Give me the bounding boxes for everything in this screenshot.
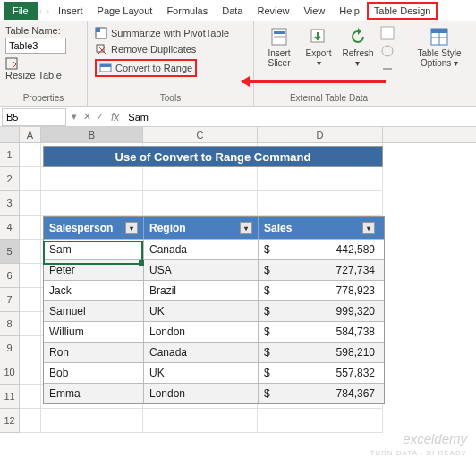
enter-icon[interactable]: ✓ — [93, 111, 106, 123]
row-header[interactable]: 5 — [0, 240, 20, 264]
cell-salesperson[interactable]: Sam — [44, 239, 144, 259]
remove-duplicates-button[interactable]: Remove Duplicates — [93, 41, 248, 57]
table-style-icon — [429, 27, 449, 47]
tab-view[interactable]: View — [297, 2, 333, 20]
cell-salesperson[interactable]: Peter — [44, 259, 144, 280]
row-header[interactable]: 1 — [0, 143, 20, 167]
cell-sales[interactable]: $999,320 — [259, 300, 384, 321]
cell-region[interactable]: Brazil — [144, 280, 259, 300]
table-row[interactable]: WilliumLondon$584,738 — [44, 321, 384, 342]
col-header-a[interactable]: A — [20, 127, 41, 142]
row-header[interactable]: 3 — [0, 191, 20, 216]
unlink-icon[interactable] — [379, 61, 395, 77]
table-name-input[interactable] — [5, 38, 66, 54]
cell-salesperson[interactable]: Bob — [44, 362, 144, 383]
cell-salesperson[interactable]: Willium — [44, 321, 144, 342]
row-header[interactable]: 9 — [0, 336, 20, 360]
row-header[interactable]: 7 — [0, 288, 20, 312]
cell-region[interactable]: UK — [144, 362, 259, 383]
row-header[interactable]: 4 — [0, 216, 20, 240]
header-salesperson[interactable]: Salesperson▾ — [44, 217, 144, 239]
tab-file[interactable]: File — [4, 2, 38, 20]
title-banner: Use of Convert to Range Command — [43, 146, 383, 167]
filter-icon[interactable]: ▾ — [125, 222, 138, 234]
cell-sales[interactable]: $584,738 — [259, 321, 384, 342]
header-region[interactable]: Region▾ — [144, 217, 259, 239]
column-headers: A B C D — [0, 127, 476, 143]
tab-page-layout[interactable]: Page Layout — [90, 2, 160, 20]
col-header-b[interactable]: B — [41, 127, 143, 142]
row-header[interactable]: 11 — [0, 385, 20, 409]
filter-icon[interactable]: ▾ — [240, 222, 252, 234]
table-row[interactable]: BobUK$557,832 — [44, 362, 384, 383]
table-row[interactable]: RonCanada$598,210 — [44, 342, 384, 362]
table-row[interactable]: SamCanada$442,589 — [44, 239, 384, 259]
cell-sales[interactable]: $778,923 — [259, 280, 384, 300]
filter-icon[interactable]: ▾ — [362, 222, 375, 234]
row-header[interactable]: 2 — [0, 167, 20, 191]
refresh-button[interactable]: Refresh▾ — [338, 25, 378, 77]
cell-salesperson[interactable]: Samuel — [44, 300, 144, 321]
slicer-icon — [269, 27, 289, 47]
row-header[interactable]: 6 — [0, 264, 20, 288]
tab-insert[interactable]: Insert — [51, 2, 90, 20]
export-button[interactable]: Export▾ — [299, 25, 338, 77]
worksheet-grid[interactable]: 1 2 3 4 5 6 7 8 9 10 11 12 Use of Conver… — [0, 143, 476, 433]
col-header-d[interactable]: D — [258, 127, 383, 142]
name-box-dropdown[interactable]: ▾ — [68, 111, 81, 123]
table-header-row: Salesperson▾ Region▾ Sales▾ — [44, 217, 384, 239]
header-sales[interactable]: Sales▾ — [259, 217, 384, 239]
tab-review[interactable]: Review — [250, 2, 296, 20]
convert-to-range-button[interactable]: Convert to Range — [93, 57, 248, 79]
svg-rect-8 — [274, 36, 285, 38]
group-properties: Table Name: Resize Table Properties — [0, 21, 88, 106]
tab-help[interactable]: Help — [332, 2, 367, 20]
header-region-label: Region — [149, 222, 186, 234]
tab-scroll-left[interactable]: ‹ — [38, 5, 45, 16]
insert-slicer-button[interactable]: Insert Slicer — [259, 25, 299, 77]
cell-region[interactable]: London — [144, 383, 259, 403]
tab-scroll-right[interactable]: › — [44, 5, 51, 16]
cell-region[interactable]: Canada — [144, 342, 259, 362]
cell-salesperson[interactable]: Ron — [44, 342, 144, 362]
name-box[interactable] — [2, 108, 66, 126]
cell-sales[interactable]: $557,832 — [259, 362, 384, 383]
resize-table-button[interactable]: Resize Table — [5, 57, 81, 80]
svg-rect-5 — [100, 64, 111, 67]
cell-region[interactable]: UK — [144, 300, 259, 321]
cell-sales[interactable]: $598,210 — [259, 342, 384, 362]
cell-sales[interactable]: $442,589 — [259, 239, 384, 259]
select-all-corner[interactable] — [0, 127, 20, 142]
convert-range-label: Convert to Range — [115, 63, 192, 73]
watermark: exceldemy — [403, 431, 467, 446]
tab-formulas[interactable]: Formulas — [159, 2, 215, 20]
cell-region[interactable]: Canada — [144, 239, 259, 259]
table-row[interactable]: JackBrazil$778,923 — [44, 280, 384, 300]
cell-salesperson[interactable]: Emma — [44, 383, 144, 403]
cell-sales[interactable]: $784,367 — [259, 383, 384, 403]
formula-bar: ▾ ✕ ✓ fx — [0, 107, 476, 127]
tab-data[interactable]: Data — [215, 2, 250, 20]
row-header[interactable]: 8 — [0, 312, 20, 336]
refresh-label: Refresh▾ — [342, 48, 373, 68]
open-browser-icon[interactable] — [379, 43, 395, 59]
tab-table-design[interactable]: Table Design — [367, 2, 438, 20]
col-header-c[interactable]: C — [143, 127, 258, 142]
row-header[interactable]: 12 — [0, 409, 20, 433]
summarize-pivot-button[interactable]: Summarize with PivotTable — [93, 25, 248, 41]
cell-sales[interactable]: $727,734 — [259, 259, 384, 280]
cancel-icon[interactable]: ✕ — [81, 111, 93, 123]
table-row[interactable]: EmmaLondon$784,367 — [44, 383, 384, 403]
row-header[interactable]: 10 — [0, 360, 20, 385]
properties-icon[interactable] — [379, 25, 395, 41]
cell-salesperson[interactable]: Jack — [44, 280, 144, 300]
table-row[interactable]: PeterUSA$727,734 — [44, 259, 384, 280]
table-style-options-button[interactable]: Table Style Options ▾ — [410, 25, 469, 70]
svg-point-11 — [382, 46, 393, 56]
table-row[interactable]: SamuelUK$999,320 — [44, 300, 384, 321]
formula-input[interactable] — [124, 108, 476, 126]
cell-region[interactable]: USA — [144, 259, 259, 280]
fx-button[interactable]: fx — [106, 111, 124, 123]
ribbon-tabs: File ‹ › Insert Page Layout Formulas Dat… — [0, 0, 476, 21]
cell-region[interactable]: London — [144, 321, 259, 342]
